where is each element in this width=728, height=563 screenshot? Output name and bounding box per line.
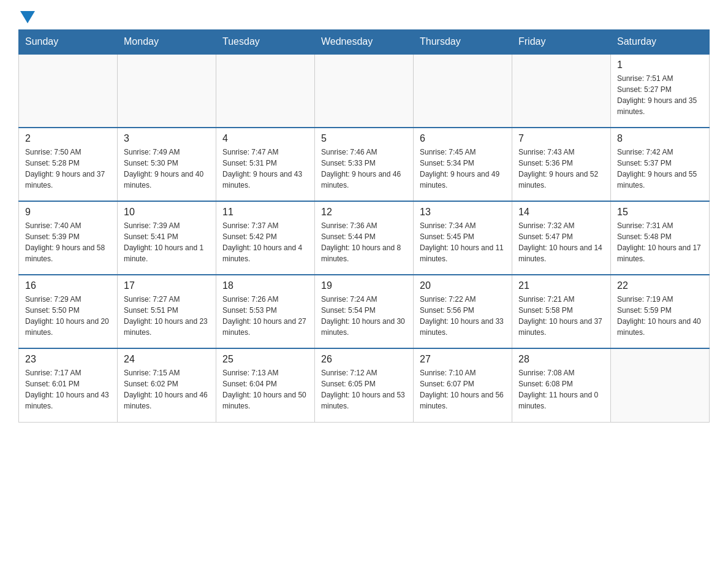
day-info: Sunrise: 7:13 AMSunset: 6:04 PMDaylight:…: [222, 367, 308, 412]
day-number: 7: [518, 133, 604, 144]
calendar-day-cell: [19, 54, 118, 128]
day-info: Sunrise: 7:32 AMSunset: 5:47 PMDaylight:…: [518, 220, 604, 264]
calendar-day-cell: 1Sunrise: 7:51 AMSunset: 5:27 PMDaylight…: [611, 54, 710, 128]
day-number: 9: [25, 207, 111, 218]
day-info: Sunrise: 7:49 AMSunset: 5:30 PMDaylight:…: [124, 147, 210, 191]
day-info: Sunrise: 7:12 AMSunset: 6:05 PMDaylight:…: [321, 367, 407, 412]
day-number: 10: [124, 207, 210, 218]
day-info: Sunrise: 7:22 AMSunset: 5:56 PMDaylight:…: [420, 294, 506, 338]
calendar-week-5: 23Sunrise: 7:17 AMSunset: 6:01 PMDayligh…: [19, 348, 710, 422]
day-number: 5: [321, 133, 407, 144]
logo: [18, 12, 35, 23]
calendar-day-cell: [315, 54, 414, 128]
calendar-day-cell: 21Sunrise: 7:21 AMSunset: 5:58 PMDayligh…: [512, 275, 611, 348]
day-info: Sunrise: 7:39 AMSunset: 5:41 PMDaylight:…: [124, 220, 210, 264]
calendar-day-cell: 10Sunrise: 7:39 AMSunset: 5:41 PMDayligh…: [118, 201, 216, 275]
day-info: Sunrise: 7:34 AMSunset: 5:45 PMDaylight:…: [420, 220, 506, 264]
weekday-header-friday: Friday: [512, 30, 611, 55]
calendar-day-cell: 2Sunrise: 7:50 AMSunset: 5:28 PMDaylight…: [19, 128, 118, 201]
day-number: 21: [518, 280, 604, 291]
day-number: 22: [617, 280, 703, 291]
weekday-header-sunday: Sunday: [19, 30, 118, 55]
day-info: Sunrise: 7:21 AMSunset: 5:58 PMDaylight:…: [518, 294, 604, 338]
day-number: 17: [124, 280, 210, 291]
day-info: Sunrise: 7:15 AMSunset: 6:02 PMDaylight:…: [124, 367, 210, 412]
day-number: 27: [420, 354, 506, 365]
day-info: Sunrise: 7:37 AMSunset: 5:42 PMDaylight:…: [222, 220, 308, 264]
weekday-header-saturday: Saturday: [611, 30, 710, 55]
weekday-header-thursday: Thursday: [414, 30, 512, 55]
calendar-day-cell: [611, 348, 710, 422]
day-info: Sunrise: 7:17 AMSunset: 6:01 PMDaylight:…: [25, 367, 111, 412]
day-info: Sunrise: 7:31 AMSunset: 5:48 PMDaylight:…: [617, 220, 703, 264]
weekday-row: SundayMondayTuesdayWednesdayThursdayFrid…: [19, 30, 710, 55]
day-info: Sunrise: 7:36 AMSunset: 5:44 PMDaylight:…: [321, 220, 407, 264]
day-info: Sunrise: 7:10 AMSunset: 6:07 PMDaylight:…: [420, 367, 506, 412]
calendar-day-cell: 17Sunrise: 7:27 AMSunset: 5:51 PMDayligh…: [118, 275, 216, 348]
day-number: 19: [321, 280, 407, 291]
calendar-day-cell: 3Sunrise: 7:49 AMSunset: 5:30 PMDaylight…: [118, 128, 216, 201]
day-info: Sunrise: 7:42 AMSunset: 5:37 PMDaylight:…: [617, 147, 703, 191]
calendar-week-1: 1Sunrise: 7:51 AMSunset: 5:27 PMDaylight…: [19, 54, 710, 128]
calendar-header: SundayMondayTuesdayWednesdayThursdayFrid…: [19, 30, 710, 55]
day-info: Sunrise: 7:24 AMSunset: 5:54 PMDaylight:…: [321, 294, 407, 338]
calendar-day-cell: 9Sunrise: 7:40 AMSunset: 5:39 PMDaylight…: [19, 201, 118, 275]
calendar-day-cell: [414, 54, 512, 128]
day-info: Sunrise: 7:46 AMSunset: 5:33 PMDaylight:…: [321, 147, 407, 191]
calendar-day-cell: 8Sunrise: 7:42 AMSunset: 5:37 PMDaylight…: [611, 128, 710, 201]
day-info: Sunrise: 7:08 AMSunset: 6:08 PMDaylight:…: [518, 367, 604, 412]
day-number: 26: [321, 354, 407, 365]
day-number: 2: [25, 133, 111, 144]
page-header: [18, 12, 710, 23]
day-number: 1: [617, 59, 703, 71]
day-number: 11: [222, 207, 308, 218]
day-info: Sunrise: 7:51 AMSunset: 5:27 PMDaylight:…: [617, 73, 703, 117]
calendar-day-cell: 24Sunrise: 7:15 AMSunset: 6:02 PMDayligh…: [118, 348, 216, 422]
weekday-header-monday: Monday: [118, 30, 216, 55]
day-number: 20: [420, 280, 506, 291]
calendar-day-cell: 19Sunrise: 7:24 AMSunset: 5:54 PMDayligh…: [315, 275, 414, 348]
day-number: 6: [420, 133, 506, 144]
day-info: Sunrise: 7:40 AMSunset: 5:39 PMDaylight:…: [25, 220, 111, 264]
calendar-day-cell: 15Sunrise: 7:31 AMSunset: 5:48 PMDayligh…: [611, 201, 710, 275]
day-info: Sunrise: 7:47 AMSunset: 5:31 PMDaylight:…: [222, 147, 308, 191]
day-number: 13: [420, 207, 506, 218]
day-info: Sunrise: 7:26 AMSunset: 5:53 PMDaylight:…: [222, 294, 308, 338]
calendar-day-cell: [118, 54, 216, 128]
calendar-day-cell: 25Sunrise: 7:13 AMSunset: 6:04 PMDayligh…: [216, 348, 315, 422]
calendar-day-cell: [216, 54, 315, 128]
calendar-body: 1Sunrise: 7:51 AMSunset: 5:27 PMDaylight…: [19, 54, 710, 422]
calendar-week-4: 16Sunrise: 7:29 AMSunset: 5:50 PMDayligh…: [19, 275, 710, 348]
calendar-day-cell: 12Sunrise: 7:36 AMSunset: 5:44 PMDayligh…: [315, 201, 414, 275]
calendar-day-cell: 27Sunrise: 7:10 AMSunset: 6:07 PMDayligh…: [414, 348, 512, 422]
day-info: Sunrise: 7:27 AMSunset: 5:51 PMDaylight:…: [124, 294, 210, 338]
day-number: 14: [518, 207, 604, 218]
day-number: 15: [617, 207, 703, 218]
calendar-day-cell: [512, 54, 611, 128]
calendar-day-cell: 16Sunrise: 7:29 AMSunset: 5:50 PMDayligh…: [19, 275, 118, 348]
logo-blue-part: [18, 12, 35, 23]
day-number: 12: [321, 207, 407, 218]
calendar-day-cell: 13Sunrise: 7:34 AMSunset: 5:45 PMDayligh…: [414, 201, 512, 275]
calendar-day-cell: 6Sunrise: 7:45 AMSunset: 5:34 PMDaylight…: [414, 128, 512, 201]
calendar-day-cell: 7Sunrise: 7:43 AMSunset: 5:36 PMDaylight…: [512, 128, 611, 201]
day-number: 3: [124, 133, 210, 144]
day-number: 18: [222, 280, 308, 291]
calendar-day-cell: 4Sunrise: 7:47 AMSunset: 5:31 PMDaylight…: [216, 128, 315, 201]
day-number: 28: [518, 354, 604, 365]
day-info: Sunrise: 7:43 AMSunset: 5:36 PMDaylight:…: [518, 147, 604, 191]
day-number: 4: [222, 133, 308, 144]
day-info: Sunrise: 7:50 AMSunset: 5:28 PMDaylight:…: [25, 147, 111, 191]
calendar-day-cell: 26Sunrise: 7:12 AMSunset: 6:05 PMDayligh…: [315, 348, 414, 422]
weekday-header-tuesday: Tuesday: [216, 30, 315, 55]
calendar-day-cell: 20Sunrise: 7:22 AMSunset: 5:56 PMDayligh…: [414, 275, 512, 348]
calendar-week-3: 9Sunrise: 7:40 AMSunset: 5:39 PMDaylight…: [19, 201, 710, 275]
day-info: Sunrise: 7:29 AMSunset: 5:50 PMDaylight:…: [25, 294, 111, 338]
weekday-header-wednesday: Wednesday: [315, 30, 414, 55]
day-number: 16: [25, 280, 111, 291]
calendar-week-2: 2Sunrise: 7:50 AMSunset: 5:28 PMDaylight…: [19, 128, 710, 201]
calendar-day-cell: 23Sunrise: 7:17 AMSunset: 6:01 PMDayligh…: [19, 348, 118, 422]
day-number: 25: [222, 354, 308, 365]
logo-triangle-icon: [20, 11, 35, 23]
calendar-day-cell: 5Sunrise: 7:46 AMSunset: 5:33 PMDaylight…: [315, 128, 414, 201]
